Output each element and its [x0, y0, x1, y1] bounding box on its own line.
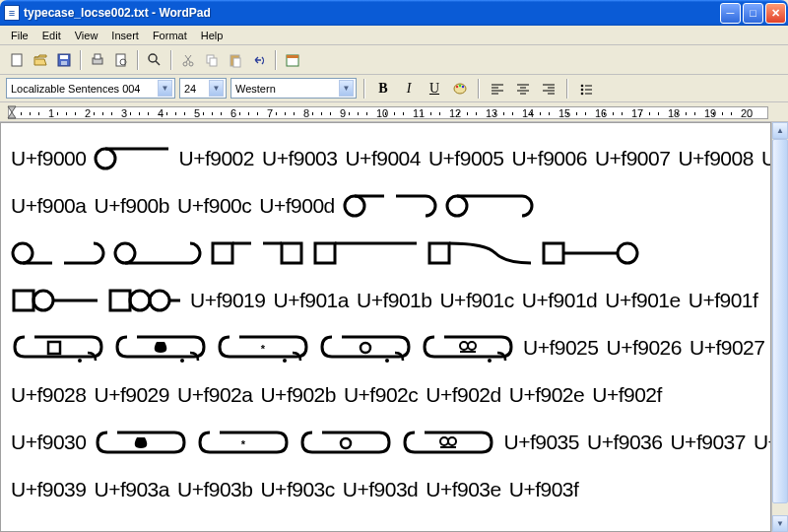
minimize-button[interactable]: ─ [720, 3, 741, 24]
scroll-up-icon[interactable]: ▲ [772, 122, 788, 139]
window-buttons: ─ □ ✕ [720, 3, 786, 24]
ruler-number: 18 [668, 107, 680, 119]
ruler-number: 1 [48, 107, 54, 119]
dropdown-arrow-icon: ▼ [209, 80, 224, 97]
ruler-number: 20 [741, 107, 753, 119]
datetime-button[interactable] [282, 49, 303, 71]
glyph-icon: * [216, 333, 310, 363]
menu-format[interactable]: Format [146, 28, 194, 43]
glyph-icon [11, 333, 105, 363]
italic-button[interactable]: I [398, 78, 420, 100]
undo-button[interactable] [248, 49, 270, 71]
text-line: U+f900a U+f900b U+f900c U+f900d [11, 182, 760, 230]
ruler-number: 10 [376, 107, 388, 119]
svg-point-54 [115, 243, 135, 263]
svg-line-13 [185, 55, 190, 62]
svg-point-81 [468, 342, 476, 350]
menu-insert[interactable]: Insert [104, 28, 146, 43]
ruler-number: 4 [158, 107, 164, 119]
svg-point-70 [130, 291, 150, 310]
vertical-scrollbar[interactable]: ▲ ▼ [771, 122, 788, 532]
ruler-number: 14 [522, 107, 534, 119]
scroll-thumb[interactable] [772, 139, 788, 503]
ruler-number: 5 [194, 107, 200, 119]
toolbar-separator [275, 50, 277, 70]
toolbar-separator [137, 50, 139, 70]
svg-point-83 [488, 359, 492, 363]
save-button[interactable] [53, 49, 75, 71]
bold-button[interactable]: B [372, 78, 394, 100]
open-button[interactable] [30, 49, 51, 71]
glyph-icon [107, 288, 182, 313]
text-line: U+f9000 U+f9002 U+f9003 U+f9004 U+f9005 … [11, 135, 760, 182]
close-button[interactable]: ✕ [765, 3, 786, 24]
glyph-icon [94, 430, 188, 455]
ruler-number: 7 [267, 107, 273, 119]
svg-point-40 [581, 92, 584, 95]
svg-marker-43 [8, 112, 16, 118]
charset-combo[interactable]: Western ▼ [230, 78, 357, 99]
svg-line-9 [156, 61, 160, 65]
underline-button[interactable]: U [424, 78, 445, 100]
color-button[interactable] [449, 78, 471, 100]
svg-point-71 [150, 291, 169, 310]
menu-file[interactable]: File [4, 28, 35, 43]
menu-help[interactable]: Help [194, 28, 230, 43]
svg-point-79 [385, 359, 389, 363]
svg-point-46 [345, 196, 364, 216]
ruler-number: 16 [595, 107, 607, 119]
ruler-number: 2 [85, 107, 91, 119]
svg-point-86 [440, 437, 448, 445]
glyph-icon [541, 240, 639, 266]
scroll-down-icon[interactable]: ▼ [772, 515, 788, 532]
text-line: U+f9030 * U+f9035 U+f9036 U+f9037 U+f903… [11, 419, 760, 466]
find-button[interactable] [144, 49, 165, 71]
format-toolbar: Localizable Sentences 004 ▼ 24 ▼ Western… [0, 75, 788, 102]
print-preview-button[interactable] [110, 49, 132, 71]
svg-point-67 [33, 291, 53, 310]
glyph-icon [421, 333, 515, 363]
ruler[interactable]: 1234567891011121314151617181920 [0, 102, 788, 122]
paste-button[interactable] [225, 49, 246, 71]
font-name-combo[interactable]: Localizable Sentences 004 ▼ [6, 78, 175, 99]
bullets-button[interactable] [575, 78, 597, 100]
cut-button[interactable] [177, 49, 199, 71]
window-title: typecase_locse002.txt - WordPad [24, 6, 720, 20]
ruler-number: 3 [121, 107, 127, 119]
glyph-icon [312, 240, 419, 266]
align-left-button[interactable] [487, 78, 508, 100]
svg-point-10 [183, 62, 187, 66]
font-size-combo[interactable]: 24 ▼ [179, 78, 227, 99]
toolbar-separator [80, 50, 82, 70]
new-button[interactable] [6, 49, 28, 71]
maximize-button[interactable]: □ [743, 3, 763, 24]
print-button[interactable] [87, 49, 108, 71]
svg-text:*: * [261, 343, 266, 355]
font-size-value: 24 [184, 83, 209, 95]
document-area[interactable]: U+f9000 U+f9002 U+f9003 U+f9004 U+f9005 … [0, 122, 771, 532]
indent-marker-icon[interactable] [6, 102, 18, 122]
svg-rect-15 [210, 58, 217, 66]
glyph-icon [113, 333, 208, 363]
align-right-button[interactable] [538, 78, 559, 100]
svg-point-77 [283, 359, 287, 363]
menu-bar: File Edit View Insert Format Help [0, 26, 788, 45]
svg-point-23 [462, 85, 464, 87]
copy-button[interactable] [201, 49, 223, 71]
text-line: U+f9028 U+f9029 U+f902a U+f902b U+f902c … [11, 371, 760, 419]
toolbar-separator [363, 79, 365, 99]
ruler-number: 13 [486, 107, 497, 119]
charset-value: Western [235, 83, 339, 95]
glyph-icon [94, 146, 170, 171]
toolbar-separator [566, 79, 568, 99]
text-line: * U+f9025 U+f9026 U+f9027 [11, 324, 760, 371]
svg-rect-60 [315, 243, 335, 263]
glyph-icon [298, 430, 393, 455]
glyph-icon [11, 288, 99, 313]
menu-edit[interactable]: Edit [35, 28, 68, 43]
glyph-icon [343, 193, 386, 219]
svg-rect-73 [48, 342, 60, 354]
menu-view[interactable]: View [68, 28, 105, 43]
align-center-button[interactable] [512, 78, 534, 100]
glyph-icon [261, 240, 304, 266]
